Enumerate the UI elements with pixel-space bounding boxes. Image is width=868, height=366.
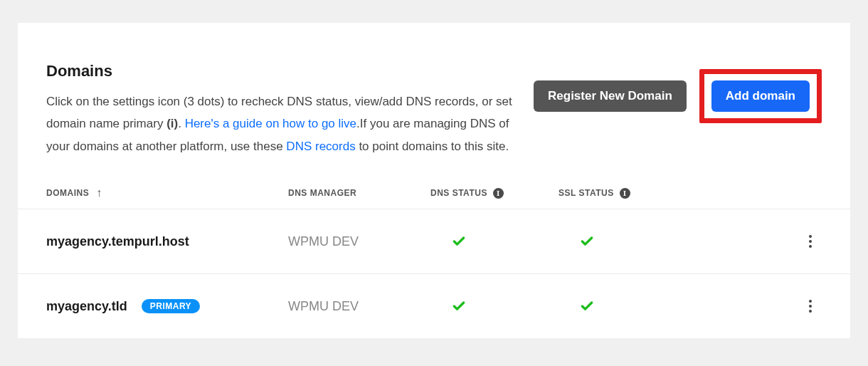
- domain-name: myagency.tld: [46, 299, 127, 314]
- dns-status-cell: [430, 299, 559, 313]
- page-title: Domains: [46, 62, 534, 80]
- dns-manager-cell: WPMU DEV: [288, 234, 430, 249]
- domain-cell: myagency.tempurl.host: [46, 234, 288, 249]
- sort-arrow-up-icon: ↑: [96, 187, 102, 199]
- dots-menu-icon[interactable]: [806, 229, 815, 253]
- dots-menu-icon[interactable]: [806, 294, 815, 318]
- ssl-status-cell: [559, 299, 687, 313]
- description-text-2: .: [178, 117, 184, 130]
- info-icon[interactable]: i: [493, 188, 504, 199]
- actions-cell: [687, 294, 822, 318]
- card-header: Domains Click on the settings icon (3 do…: [18, 62, 850, 177]
- column-header-ssl-status: SSL STATUS i: [559, 188, 687, 199]
- check-icon: [580, 299, 594, 313]
- actions-cell: [687, 229, 822, 253]
- header-text-block: Domains Click on the settings icon (3 do…: [46, 62, 534, 157]
- table-header: DOMAINS ↑ DNS MANAGER DNS STATUS i SSL S…: [18, 177, 850, 209]
- description-bold-i: (i): [166, 117, 178, 130]
- dns-manager-cell: WPMU DEV: [288, 299, 430, 314]
- primary-badge: PRIMARY: [142, 299, 200, 313]
- check-icon: [452, 299, 466, 313]
- dns-status-cell: [430, 234, 559, 249]
- column-header-dns-manager: DNS MANAGER: [288, 188, 430, 198]
- add-domain-button[interactable]: Add domain: [711, 80, 810, 112]
- column-header-ssl-status-label: SSL STATUS: [559, 188, 614, 198]
- info-icon[interactable]: i: [620, 188, 630, 199]
- page-description: Click on the settings icon (3 dots) to r…: [46, 90, 534, 157]
- description-text-4: to point domains to this site.: [356, 140, 509, 153]
- header-buttons: Register New Domain Add domain: [534, 69, 822, 123]
- table-row: myagency.tempurl.host WPMU DEV: [18, 209, 850, 273]
- check-icon: [580, 234, 594, 249]
- domain-cell: myagency.tld PRIMARY: [46, 299, 288, 314]
- domains-card: Domains Click on the settings icon (3 do…: [18, 23, 850, 338]
- guide-link[interactable]: Here's a guide on how to go live: [185, 117, 356, 130]
- column-header-dns-status-label: DNS STATUS: [430, 188, 487, 198]
- dns-records-link[interactable]: DNS records: [286, 140, 355, 153]
- ssl-status-cell: [559, 234, 687, 249]
- column-header-dns-status: DNS STATUS i: [430, 188, 559, 199]
- table-row: myagency.tld PRIMARY WPMU DEV: [18, 273, 850, 338]
- add-domain-highlight: Add domain: [699, 69, 822, 123]
- check-icon: [452, 234, 466, 249]
- register-new-domain-button[interactable]: Register New Domain: [534, 80, 687, 112]
- column-header-domains-label: DOMAINS: [46, 188, 89, 198]
- domain-name: myagency.tempurl.host: [46, 234, 189, 249]
- column-header-domains[interactable]: DOMAINS ↑: [46, 187, 288, 199]
